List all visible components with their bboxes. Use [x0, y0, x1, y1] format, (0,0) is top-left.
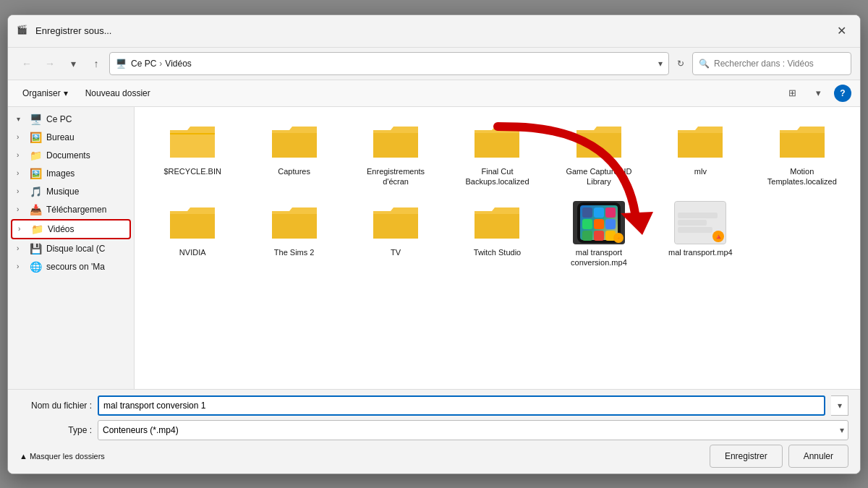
hide-folders-button[interactable]: ▲ Masquer les dossiers	[20, 452, 105, 461]
sidebar-item-musique[interactable]: › 🎵 Musique	[11, 183, 131, 200]
dialog-title: Enregistrer sous...	[35, 25, 825, 36]
sidebar-label-images: Images	[46, 168, 75, 179]
type-select[interactable]: Conteneurs (*.mp4)	[98, 420, 848, 440]
address-dropdown[interactable]: ▾	[658, 59, 663, 69]
folder-icon	[674, 120, 726, 163]
file-area: $RECYCLE.BIN Captures	[135, 107, 860, 389]
search-bar[interactable]: 🔍	[692, 52, 851, 75]
filename-row: Nom du fichier : ▾	[20, 395, 848, 416]
app-icon-3	[605, 207, 616, 218]
sidebar-item-secours[interactable]: › 🌐 secours on 'Ma	[11, 258, 131, 275]
expand-icon: ›	[17, 169, 25, 177]
app-icon-7	[582, 231, 592, 241]
list-item[interactable]: 🔸 mal transport conversion.mp4	[550, 197, 648, 273]
app-icon-6	[605, 219, 616, 229]
list-item[interactable]: The Sims 2	[244, 197, 343, 273]
file-label: Captures	[278, 166, 310, 176]
expand-icon: ›	[17, 187, 25, 195]
file-label: NVIDIA	[179, 247, 206, 257]
action-row: ▲ Masquer les dossiers Enregistrer Annul…	[20, 445, 848, 468]
folder-icon	[573, 120, 625, 163]
folder-icon	[370, 201, 422, 244]
forward-button[interactable]: →	[40, 53, 60, 74]
list-item[interactable]: Game Capture HD Library	[550, 116, 648, 192]
back-button[interactable]: ←	[17, 53, 37, 74]
cancel-button[interactable]: Annuler	[788, 445, 848, 468]
file-label: Game Capture HD Library	[563, 166, 635, 187]
vlc-content	[678, 213, 718, 233]
file-label: Twitch Studio	[474, 247, 521, 257]
hide-folders-label: ▲ Masquer les dossiers	[20, 452, 105, 461]
sidebar-item-videos[interactable]: › 📁 Vidéos	[11, 219, 131, 239]
sidebar-item-disque-local[interactable]: › 💾 Disque local (C	[11, 240, 131, 257]
folder-icon	[471, 201, 523, 244]
documents-icon: 📁	[30, 150, 42, 161]
sidebar: ▾ 🖥️ Ce PC › 🖼️ Bureau › 📁 Documents › 🖼…	[8, 107, 135, 389]
filename-dropdown[interactable]: ▾	[831, 395, 848, 416]
file-label: mal transport conversion.mp4	[563, 247, 635, 268]
folder-icon	[166, 201, 218, 244]
bottom-bar: Nom du fichier : ▾ Type : Conteneurs (*.…	[8, 389, 860, 474]
sidebar-item-documents[interactable]: › 📁 Documents	[11, 147, 131, 164]
list-item[interactable]: TV	[346, 197, 445, 273]
address-bar[interactable]: 🖥️ Ce PC › Vidéos ▾	[109, 52, 669, 75]
view-dropdown-button[interactable]: ▾	[808, 83, 828, 103]
folder-icon	[268, 120, 320, 163]
file-label: $RECYCLE.BIN	[163, 166, 221, 176]
folder-icon	[166, 120, 218, 163]
path-part-2: Vidéos	[165, 59, 191, 69]
vlc-bar-2	[678, 220, 707, 226]
phone-display	[580, 205, 618, 240]
sidebar-label-bureau: Bureau	[46, 132, 75, 142]
folder-icon	[776, 120, 828, 163]
sidebar-item-images[interactable]: › 🖼️ Images	[11, 165, 131, 182]
list-item[interactable]: Captures	[244, 116, 343, 192]
folder-icon	[370, 120, 422, 163]
help-button[interactable]: ?	[834, 85, 851, 102]
action-bar: Organiser ▾ Nouveau dossier ⊞ ▾ ?	[8, 80, 860, 107]
list-item[interactable]: Twitch Studio	[448, 197, 546, 273]
list-item[interactable]: 🔺 mal transport.mp4	[651, 197, 749, 273]
file-grid-row1: $RECYCLE.BIN Captures	[143, 116, 851, 192]
refresh-button[interactable]: ↻	[672, 55, 689, 72]
expand-icon: ›	[17, 262, 25, 270]
list-item[interactable]: Final Cut Backups.localized	[448, 116, 546, 192]
vlc-bar-3	[678, 227, 712, 233]
save-button[interactable]: Enregistrer	[710, 445, 783, 468]
type-label: Type :	[20, 425, 92, 435]
file-label: TV	[391, 247, 401, 257]
file-label: Motion Templates.localized	[766, 166, 838, 187]
new-folder-button[interactable]: Nouveau dossier	[80, 85, 156, 101]
list-item[interactable]: NVIDIA	[143, 197, 242, 273]
file-label: Enregistrements d'écran	[359, 166, 432, 187]
view-button[interactable]: ⊞	[782, 83, 802, 103]
dropdown-button[interactable]: ▾	[63, 53, 83, 74]
sidebar-item-ce-pc[interactable]: ▾ 🖥️ Ce PC	[11, 111, 131, 128]
organiser-button[interactable]: Organiser ▾	[17, 85, 74, 101]
expand-icon: ▾	[17, 115, 25, 123]
search-input[interactable]	[714, 59, 845, 69]
list-item[interactable]: mlv	[651, 116, 749, 192]
sidebar-label-disque-local: Disque local (C	[46, 244, 105, 254]
list-item[interactable]: $RECYCLE.BIN	[143, 116, 242, 192]
filename-input[interactable]	[98, 395, 825, 416]
up-button[interactable]: ↑	[86, 53, 106, 74]
sidebar-item-telechargements[interactable]: › 📥 Téléchargemen	[11, 201, 131, 218]
expand-icon: ›	[17, 133, 25, 141]
navigation-toolbar: ← → ▾ ↑ 🖥️ Ce PC › Vidéos ▾ ↻ 🔍	[8, 48, 860, 80]
list-item[interactable]: Enregistrements d'écran	[346, 116, 445, 192]
list-item[interactable]: Motion Templates.localized	[753, 116, 851, 192]
path-display: Ce PC › Vidéos	[131, 59, 654, 69]
close-button[interactable]: ✕	[831, 21, 851, 41]
app-icon: 🎬	[17, 25, 30, 38]
musique-icon: 🎵	[30, 186, 42, 197]
new-folder-label: Nouveau dossier	[85, 88, 150, 98]
app-icon-4	[582, 219, 592, 229]
app-icon-1	[582, 207, 592, 218]
computer-icon: 🖥️	[116, 59, 127, 69]
expand-icon: ›	[17, 244, 25, 252]
sidebar-item-bureau[interactable]: › 🖼️ Bureau	[11, 129, 131, 146]
app-icon-8	[594, 231, 604, 241]
path-part-1: Ce PC	[131, 59, 156, 69]
secours-icon: 🌐	[30, 261, 42, 273]
